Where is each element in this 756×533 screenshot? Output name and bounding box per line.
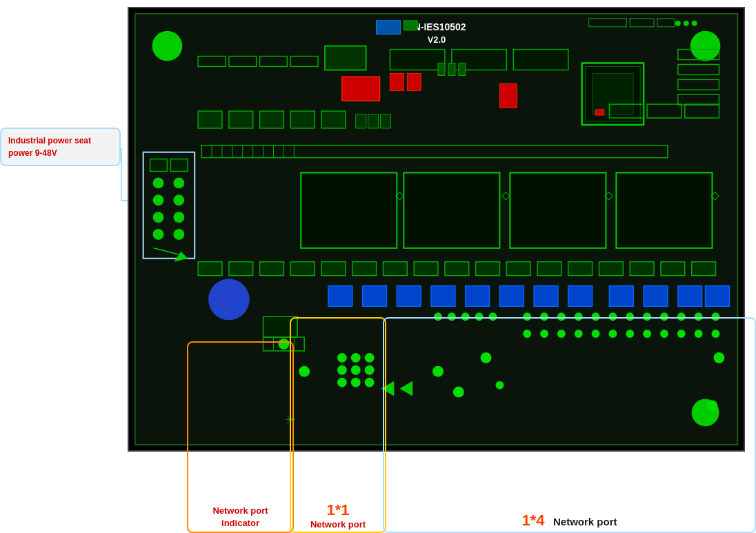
svg-rect-31 [593,73,634,114]
svg-rect-82 [290,262,315,276]
svg-point-12 [684,21,689,26]
svg-rect-99 [431,285,455,306]
svg-rect-85 [383,262,407,276]
network-indicator-label: Network port indicator [187,505,294,530]
svg-rect-97 [363,285,387,306]
svg-rect-6 [377,21,401,34]
power-annotation-text: Industrial power seat power 9-48V [8,134,112,159]
svg-rect-51 [260,111,284,128]
svg-rect-79 [198,262,222,276]
svg-point-43 [153,212,164,223]
svg-rect-107 [706,285,730,306]
svg-rect-54 [356,114,366,128]
svg-rect-105 [644,285,668,306]
svg-point-46 [173,229,184,240]
svg-rect-38 [170,159,188,172]
svg-rect-53 [321,111,346,128]
svg-rect-86 [414,262,438,276]
svg-rect-37 [150,159,168,172]
svg-point-45 [153,229,164,240]
power-callout-v-line [121,148,122,200]
svg-rect-22 [342,77,380,101]
svg-rect-92 [599,262,624,276]
svg-rect-100 [466,285,490,306]
svg-point-44 [173,212,184,223]
svg-rect-23 [390,73,404,90]
svg-point-39 [153,177,164,188]
svg-rect-21 [513,50,568,70]
svg-point-4 [690,31,721,61]
svg-rect-55 [368,114,379,128]
svg-rect-71 [301,173,397,248]
1x4-network-port-label: 1*4 Network port [383,512,756,530]
svg-rect-49 [198,111,222,128]
svg-rect-60 [596,110,604,115]
svg-rect-87 [445,262,469,276]
svg-rect-72 [404,173,499,248]
svg-rect-19 [390,50,445,70]
svg-rect-104 [609,285,633,306]
svg-rect-103 [568,285,593,306]
svg-point-13 [692,21,697,26]
svg-rect-52 [290,111,315,128]
1x4-network-port-annotation-box [383,317,756,533]
svg-rect-98 [397,285,421,306]
svg-rect-81 [260,262,284,276]
svg-rect-90 [537,262,561,276]
svg-text:V2.0: V2.0 [428,34,446,45]
svg-rect-73 [510,173,606,248]
svg-rect-50 [229,111,253,128]
svg-rect-74 [616,173,712,248]
svg-rect-89 [506,262,530,276]
svg-rect-25 [499,83,517,108]
svg-rect-84 [352,262,377,276]
svg-point-3 [152,31,183,61]
svg-rect-7 [404,21,417,30]
svg-rect-96 [328,285,352,306]
svg-rect-101 [499,285,524,306]
svg-rect-18 [325,46,366,70]
svg-rect-93 [630,262,654,276]
1x1-network-port-label: 1*1 Network port [290,501,386,530]
svg-rect-28 [459,63,466,76]
svg-rect-80 [229,262,253,276]
svg-point-40 [173,177,184,188]
svg-rect-94 [661,262,685,276]
power-annotation-box: Industrial power seat power 9-48V [0,128,121,166]
svg-point-108 [208,279,250,321]
svg-rect-102 [534,285,558,306]
svg-rect-88 [476,262,500,276]
svg-rect-24 [407,73,421,90]
svg-rect-26 [438,63,445,76]
svg-rect-27 [448,63,455,76]
svg-rect-95 [692,262,716,276]
svg-point-42 [173,194,184,205]
svg-rect-56 [381,114,391,128]
svg-rect-83 [321,262,346,276]
svg-rect-106 [678,285,702,306]
svg-point-11 [675,21,681,26]
svg-rect-91 [568,262,593,276]
svg-point-41 [153,194,164,205]
